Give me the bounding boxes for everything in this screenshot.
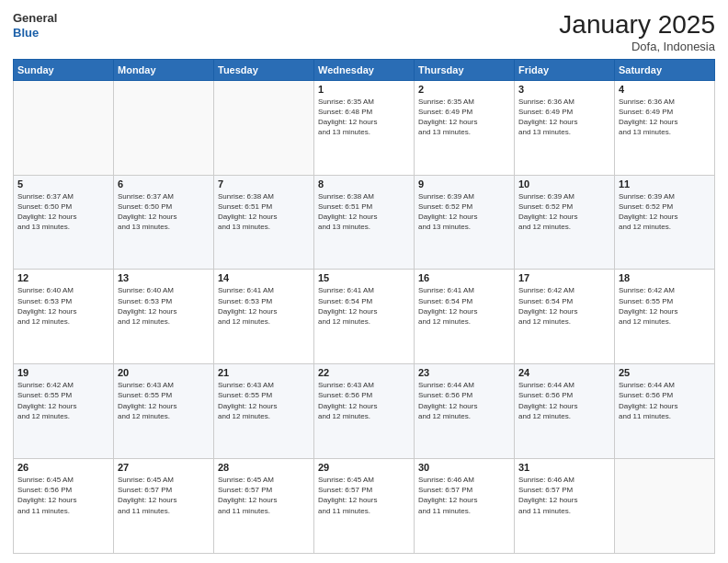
day-number: 27 (118, 462, 210, 473)
calendar-cell: 31Sunrise: 6:46 AM Sunset: 6:57 PM Dayli… (515, 459, 615, 554)
day-info: Sunrise: 6:35 AM Sunset: 6:48 PM Dayligh… (318, 97, 410, 138)
logo-general: General (13, 11, 57, 25)
day-info: Sunrise: 6:39 AM Sunset: 6:52 PM Dayligh… (619, 191, 711, 233)
calendar-cell: 8Sunrise: 6:38 AM Sunset: 6:51 PM Daylig… (314, 175, 415, 270)
day-info: Sunrise: 6:46 AM Sunset: 6:57 PM Dayligh… (418, 475, 510, 516)
calendar-cell: 13Sunrise: 6:40 AM Sunset: 6:53 PM Dayli… (114, 270, 214, 364)
day-number: 1 (318, 84, 410, 95)
day-info: Sunrise: 6:42 AM Sunset: 6:55 PM Dayligh… (619, 285, 711, 327)
day-number: 14 (218, 272, 310, 283)
calendar-table: SundayMondayTuesdayWednesdayThursdayFrid… (13, 59, 715, 554)
logo: General Blue General Blue (13, 11, 57, 40)
weekday-header-sunday: Sunday (14, 59, 114, 80)
day-number: 10 (518, 178, 610, 190)
day-number: 13 (118, 272, 210, 283)
calendar-cell: 28Sunrise: 6:45 AM Sunset: 6:57 PM Dayli… (214, 459, 314, 554)
day-number: 3 (518, 84, 610, 95)
day-info: Sunrise: 6:36 AM Sunset: 6:49 PM Dayligh… (619, 97, 711, 138)
day-number: 20 (118, 367, 210, 378)
weekday-header-thursday: Thursday (415, 59, 515, 80)
calendar-cell: 22Sunrise: 6:43 AM Sunset: 6:56 PM Dayli… (314, 364, 415, 459)
day-info: Sunrise: 6:41 AM Sunset: 6:54 PM Dayligh… (418, 285, 510, 327)
week-row-5: 26Sunrise: 6:45 AM Sunset: 6:56 PM Dayli… (14, 459, 715, 554)
day-info: Sunrise: 6:39 AM Sunset: 6:52 PM Dayligh… (418, 191, 510, 233)
calendar-cell: 3Sunrise: 6:36 AM Sunset: 6:49 PM Daylig… (515, 80, 615, 175)
day-info: Sunrise: 6:40 AM Sunset: 6:53 PM Dayligh… (118, 285, 210, 327)
calendar-cell (214, 80, 314, 175)
calendar-cell: 19Sunrise: 6:42 AM Sunset: 6:55 PM Dayli… (14, 364, 114, 459)
title-area: January 2025 Dofa, Indonesia (559, 11, 715, 53)
day-number: 28 (218, 462, 310, 473)
calendar-cell: 5Sunrise: 6:37 AM Sunset: 6:50 PM Daylig… (14, 175, 114, 270)
day-info: Sunrise: 6:42 AM Sunset: 6:55 PM Dayligh… (17, 380, 109, 421)
weekday-header-row: SundayMondayTuesdayWednesdayThursdayFrid… (14, 59, 715, 80)
day-number: 24 (518, 367, 610, 378)
calendar-cell: 17Sunrise: 6:42 AM Sunset: 6:54 PM Dayli… (515, 270, 615, 364)
calendar-cell: 4Sunrise: 6:36 AM Sunset: 6:49 PM Daylig… (615, 80, 715, 175)
day-info: Sunrise: 6:44 AM Sunset: 6:56 PM Dayligh… (619, 380, 711, 421)
calendar-cell: 24Sunrise: 6:44 AM Sunset: 6:56 PM Dayli… (515, 364, 615, 459)
day-info: Sunrise: 6:39 AM Sunset: 6:52 PM Dayligh… (518, 191, 610, 233)
day-info: Sunrise: 6:37 AM Sunset: 6:50 PM Dayligh… (118, 191, 210, 233)
day-number: 16 (418, 272, 510, 283)
day-number: 31 (518, 462, 610, 473)
day-info: Sunrise: 6:38 AM Sunset: 6:51 PM Dayligh… (218, 191, 310, 233)
day-number: 21 (218, 367, 310, 378)
day-info: Sunrise: 6:43 AM Sunset: 6:55 PM Dayligh… (118, 380, 210, 421)
day-number: 17 (518, 272, 610, 283)
day-number: 30 (418, 462, 510, 473)
month-title: January 2025 (559, 11, 715, 40)
calendar-cell: 26Sunrise: 6:45 AM Sunset: 6:56 PM Dayli… (14, 459, 114, 554)
calendar-cell: 2Sunrise: 6:35 AM Sunset: 6:49 PM Daylig… (415, 80, 515, 175)
calendar-cell: 29Sunrise: 6:45 AM Sunset: 6:57 PM Dayli… (314, 459, 415, 554)
calendar-cell: 14Sunrise: 6:41 AM Sunset: 6:53 PM Dayli… (214, 270, 314, 364)
week-row-3: 12Sunrise: 6:40 AM Sunset: 6:53 PM Dayli… (14, 270, 715, 364)
day-info: Sunrise: 6:42 AM Sunset: 6:54 PM Dayligh… (518, 285, 610, 327)
calendar-cell: 11Sunrise: 6:39 AM Sunset: 6:52 PM Dayli… (615, 175, 715, 270)
day-number: 22 (318, 367, 410, 378)
weekday-header-monday: Monday (114, 59, 214, 80)
day-info: Sunrise: 6:45 AM Sunset: 6:57 PM Dayligh… (218, 475, 310, 516)
day-number: 18 (619, 272, 711, 283)
calendar-cell: 15Sunrise: 6:41 AM Sunset: 6:54 PM Dayli… (314, 270, 415, 364)
day-number: 11 (619, 178, 711, 190)
day-number: 4 (619, 84, 711, 95)
calendar-cell: 10Sunrise: 6:39 AM Sunset: 6:52 PM Dayli… (515, 175, 615, 270)
logo-blue: Blue (13, 26, 39, 40)
day-number: 7 (218, 178, 310, 190)
day-info: Sunrise: 6:35 AM Sunset: 6:49 PM Dayligh… (418, 97, 510, 138)
calendar-cell: 1Sunrise: 6:35 AM Sunset: 6:48 PM Daylig… (314, 80, 415, 175)
logo-text: General Blue (13, 11, 57, 40)
day-info: Sunrise: 6:41 AM Sunset: 6:54 PM Dayligh… (318, 285, 410, 327)
week-row-2: 5Sunrise: 6:37 AM Sunset: 6:50 PM Daylig… (14, 175, 715, 270)
calendar-cell: 21Sunrise: 6:43 AM Sunset: 6:55 PM Dayli… (214, 364, 314, 459)
day-info: Sunrise: 6:41 AM Sunset: 6:53 PM Dayligh… (218, 285, 310, 327)
weekday-header-saturday: Saturday (615, 59, 715, 80)
day-number: 25 (619, 367, 711, 378)
calendar-cell: 30Sunrise: 6:46 AM Sunset: 6:57 PM Dayli… (415, 459, 515, 554)
calendar-cell (114, 80, 214, 175)
day-number: 2 (418, 84, 510, 95)
calendar-cell: 12Sunrise: 6:40 AM Sunset: 6:53 PM Dayli… (14, 270, 114, 364)
calendar-cell: 27Sunrise: 6:45 AM Sunset: 6:57 PM Dayli… (114, 459, 214, 554)
location: Dofa, Indonesia (559, 40, 715, 53)
calendar-cell: 23Sunrise: 6:44 AM Sunset: 6:56 PM Dayli… (415, 364, 515, 459)
day-info: Sunrise: 6:44 AM Sunset: 6:56 PM Dayligh… (418, 380, 510, 421)
day-number: 6 (118, 178, 210, 190)
calendar-cell: 6Sunrise: 6:37 AM Sunset: 6:50 PM Daylig… (114, 175, 214, 270)
day-number: 9 (418, 178, 510, 190)
header: General Blue General Blue January 2025 D… (13, 11, 715, 53)
day-info: Sunrise: 6:38 AM Sunset: 6:51 PM Dayligh… (318, 191, 410, 233)
calendar-cell: 16Sunrise: 6:41 AM Sunset: 6:54 PM Dayli… (415, 270, 515, 364)
day-info: Sunrise: 6:40 AM Sunset: 6:53 PM Dayligh… (17, 285, 109, 327)
calendar-cell (14, 80, 114, 175)
day-info: Sunrise: 6:37 AM Sunset: 6:50 PM Dayligh… (17, 191, 109, 233)
day-number: 23 (418, 367, 510, 378)
calendar-cell: 20Sunrise: 6:43 AM Sunset: 6:55 PM Dayli… (114, 364, 214, 459)
day-info: Sunrise: 6:46 AM Sunset: 6:57 PM Dayligh… (518, 475, 610, 516)
day-number: 19 (17, 367, 109, 378)
weekday-header-wednesday: Wednesday (314, 59, 415, 80)
day-number: 26 (17, 462, 109, 473)
calendar-cell: 9Sunrise: 6:39 AM Sunset: 6:52 PM Daylig… (415, 175, 515, 270)
day-number: 29 (318, 462, 410, 473)
